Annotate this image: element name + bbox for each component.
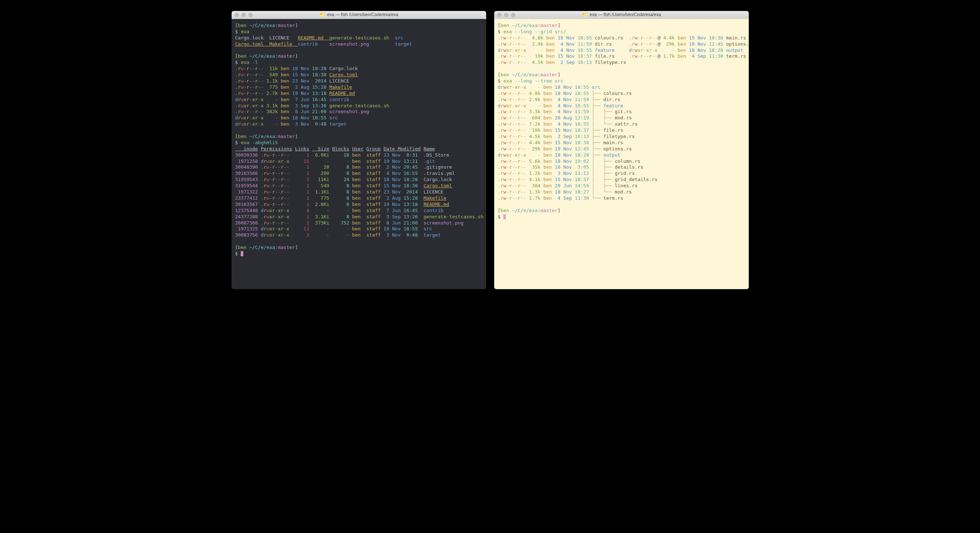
prompt-input[interactable]: $ (498, 214, 746, 220)
file-name: target (329, 121, 347, 127)
file-name: LICENCE (269, 35, 298, 40)
titlebar: 📁 exa — fish /Users/ben/Code/exa/exa (232, 11, 486, 19)
table-row: 30048390 .rw-r--r-- 1 20 8 ben staff 2 N… (235, 164, 483, 171)
column-header: Name (423, 146, 435, 152)
file-name: filetype.rs (603, 134, 635, 139)
file-name: column.rs (614, 158, 640, 164)
file-name: Cargo.lock (423, 177, 452, 182)
tree-row: .rw-r--r-- 1.7k ben 4 Sep 11:30 └── term… (498, 195, 746, 201)
grid-long-row: .rw-r--r-- 4.5k ben 2 Sep 16:13 filetype… (498, 59, 746, 66)
file-name: contrib (298, 41, 329, 47)
tree-row: drwxr-xr-x - ben 4 Nov 16:55 ├── feature (498, 103, 746, 109)
zoom-icon[interactable] (511, 13, 515, 17)
file-name: screenshot.png (423, 220, 463, 226)
file-name: main.rs (603, 140, 623, 145)
table-row: 31959543 .rw-r--r-- 1 11Ki 24 ben staff … (235, 177, 483, 183)
column-header: Permissions (261, 146, 292, 152)
file-name: .DS_Store (423, 152, 449, 158)
file-name: Makefile (269, 41, 298, 47)
column-header: Size (312, 146, 329, 152)
file-name: contrib (329, 97, 349, 102)
terminal-body-light[interactable]: [ben ~/C/e/exa:master]$ exa --long --gri… (494, 19, 749, 289)
prompt-line: [ben ~/C/e/exa:master] (235, 53, 483, 59)
tree-row: .rw-r--r-- 4.5k ben 2 Sep 16:13 ├── file… (498, 134, 746, 140)
ls-row: drwxr-xr-x - ben 18 Nov 18:55 src (235, 115, 483, 121)
table-row: 23377412 .rw-r--r-- 1 775 8 ben staff 2 … (235, 195, 483, 201)
ls-row: .rwxr-xr-x 3.1k ben 3 Sep 13:26 generate… (235, 103, 483, 109)
tree-row: drwxr-xr-x - ben 18 Nov 18:55 src (498, 85, 746, 91)
prompt-line: [ben ~/C/e/exa:master] (498, 22, 746, 29)
close-icon[interactable] (497, 13, 501, 17)
ls-row: drwxr-xr-x - ben 7 Jun 16:45 contrib (235, 97, 483, 103)
column-header: User (352, 146, 363, 152)
table-row: 1971325 drwxr-xr-x 11 - - ben staff 18 N… (235, 226, 483, 232)
file-name: Cargo.lock (329, 66, 358, 71)
prompt-input[interactable]: $ (235, 251, 483, 257)
file-name: lines.rs (614, 183, 638, 188)
tree-row: .rw-r--r-- 35k ben 16 Nov 3:05 │ ├── det… (498, 164, 746, 171)
file-name: dir.rs (595, 41, 612, 47)
traffic-lights (234, 13, 253, 17)
file-name: LICENCE (329, 78, 349, 84)
window-title-text: exa — fish /Users/ben/Code/exa/exa (590, 12, 661, 18)
tree-row: .rw-r--r-- 384 ben 29 Jun 14:50 │ ├── li… (498, 183, 746, 189)
file-name: options.rs (726, 41, 749, 47)
tree-row: .rw-r--r-- 604 ben 26 Aug 12:19 │ ├── mo… (498, 115, 746, 121)
minimize-icon[interactable] (242, 13, 246, 17)
close-icon[interactable] (234, 13, 239, 17)
tree-row: .rw-r--r-- 4.1k ben 15 Nov 18:37 │ ├── g… (498, 177, 746, 183)
prompt-line: [ben ~/C/e/exa:master] (235, 244, 483, 251)
column-header: Links (295, 146, 309, 152)
file-name: grid_details.rs (614, 177, 657, 182)
file-name: colours.rs (603, 91, 632, 96)
ls-row: .rw-r--r-- 382k ben 8 Jun 21:00 screensh… (235, 109, 483, 115)
window-title: 📁 exa — fish /Users/ben/Code/exa/exa (232, 12, 486, 18)
file-name: xattr.rs (614, 121, 638, 127)
window-title: 📁 exa — fish /Users/ben/Code/exa/exa (494, 12, 749, 18)
file-name: target (423, 232, 441, 238)
grid-long-row: .rw-r--r-- 4.8k ben 18 Nov 18:55 colours… (498, 35, 746, 41)
table-row: 1971258 drwxr-xr-x 15 - - ben staff 19 N… (235, 158, 483, 164)
file-name: src (329, 115, 338, 120)
tree-row: .rw-r--r-- 1.2k ben 3 Nov 11:12 │ ├── gr… (498, 171, 746, 177)
table-row: 1971322 .rw-r--r-- 1 1.1Ki 8 ben staff 2… (235, 189, 483, 195)
command-line: $ exa --long --grid src/ (498, 29, 746, 35)
minimize-icon[interactable] (504, 13, 508, 17)
grid-row: Cargo.toml Makefile contrib screenshot.p… (235, 41, 483, 48)
file-name: Cargo.toml (329, 72, 358, 77)
terminal-body-dark[interactable]: [ben ~/C/e/exa:master]$ exaCargo.lock LI… (232, 19, 486, 289)
window-title-text: exa — fish /Users/ben/Code/exa/exa (327, 12, 398, 18)
tree-row: .rw-r--r-- 29k ben 19 Nov 12:45 ├── opti… (498, 146, 746, 152)
table-row: 30163567 .rw-r--r-- 1 2.6Ki 8 ben staff … (235, 201, 483, 208)
file-name: main.rs (726, 35, 746, 40)
file-name: file.rs (603, 128, 623, 133)
ls-row: .rw-r--r-- 775 ben 2 Aug 15:28 Makefile (235, 85, 483, 91)
command-line: $ exa (235, 29, 483, 35)
ls-row: .rw-r--r-- 11k ben 18 Nov 18:28 Cargo.lo… (235, 66, 483, 72)
traffic-lights (497, 13, 515, 17)
file-name: feature (595, 48, 615, 53)
file-name: filetype.rs (595, 59, 626, 65)
folder-icon: 📁 (582, 12, 587, 18)
file-name: LICENCE (423, 189, 444, 195)
file-name: generate-testcases.sh (329, 103, 389, 109)
zoom-icon[interactable] (248, 13, 253, 17)
file-name: file.rs (595, 53, 615, 59)
tree-row: .rw-r--r-- 1.3k ben 18 Nov 18:27 │ └── m… (498, 189, 746, 195)
table-header: inode Permissions Links Size Blocks User… (235, 146, 483, 152)
file-name: Cargo.toml (423, 183, 452, 188)
ls-row: .rw-r--r-- 2.7k ben 19 Nov 13:18 README.… (235, 91, 483, 97)
file-name: src (423, 226, 432, 231)
ls-row: .rw-r--r-- 549 ben 15 Nov 18:38 Cargo.to… (235, 72, 483, 78)
file-name: mod.rs (614, 189, 632, 195)
file-name: term.rs (603, 195, 623, 201)
file-name: Cargo.toml (235, 41, 269, 47)
tree-row: .rw-r--r-- 4.8k ben 18 Nov 18:55 ├── col… (498, 91, 746, 97)
folder-icon: 📁 (319, 12, 325, 18)
column-header: inode (235, 146, 258, 152)
file-name: generate-testcases.sh (329, 35, 395, 40)
file-name: Cargo.lock (235, 35, 269, 40)
file-name: details.rs (614, 164, 643, 170)
table-row: 30083756 drwxr-xr-x 3 - - ben staff 3 No… (235, 232, 483, 238)
tree-row: .rw-r--r-- 2.9k ben 4 Nov 11:59 ├── dir.… (498, 97, 746, 103)
